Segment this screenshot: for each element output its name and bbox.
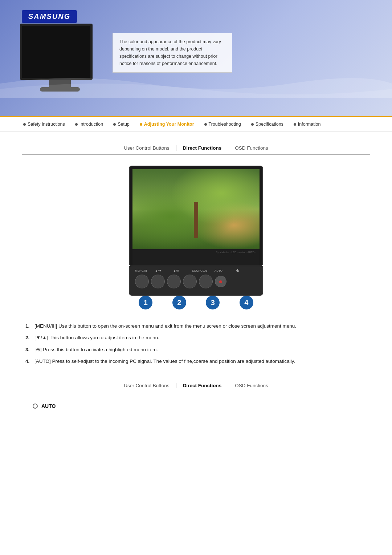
nav-information[interactable]: Information bbox=[289, 117, 326, 131]
number-circle-3: 3 bbox=[206, 296, 220, 309]
instruction-text-3: [⊕] Press this button to activate a high… bbox=[34, 346, 370, 353]
header-banner: SAMSUNG The color and appearance of the … bbox=[0, 0, 392, 116]
bright-button[interactable] bbox=[167, 275, 181, 288]
instruction-num-4: 4. bbox=[25, 358, 34, 365]
nav-label-information: Information bbox=[298, 122, 321, 127]
nav-label-setup: Setup bbox=[118, 122, 130, 127]
tree-trunk bbox=[194, 202, 198, 238]
nav-troubleshooting[interactable]: Troubleshooting bbox=[199, 117, 246, 131]
power-dot bbox=[219, 280, 222, 283]
nav-dot-introduction bbox=[75, 123, 78, 126]
nav-safety[interactable]: Safety Instructions bbox=[18, 117, 70, 131]
monitor-frame: SyncMaster · LED monitor · AUTO · bbox=[129, 166, 263, 266]
nav-label-adjusting: Adjusting Your Monitor bbox=[144, 122, 194, 127]
wave-decoration bbox=[0, 69, 392, 98]
nav-dot-setup bbox=[113, 123, 116, 126]
instruction-item-1: 1. [MENU/III] Use this button to open th… bbox=[25, 323, 370, 330]
sub-nav-user-control-buttons-bottom[interactable]: User Control Buttons bbox=[117, 383, 176, 388]
sub-nav-osd-functions-bottom[interactable]: OSD Functions bbox=[228, 383, 275, 388]
samsung-logo: SAMSUNG bbox=[22, 10, 77, 23]
instructions-list: 1. [MENU/III] Use this button to open th… bbox=[22, 323, 370, 365]
source-button[interactable] bbox=[183, 275, 197, 288]
instruction-num-1: 1. bbox=[25, 323, 34, 330]
button-panel: MENU/III ▲/▼ ▲/※ SOURCE/⊕ AUTO ⏻ bbox=[129, 266, 263, 296]
buttons-row bbox=[135, 275, 257, 288]
sub-nav-bottom: User Control Buttons Direct Functions OS… bbox=[22, 376, 370, 392]
instruction-num-3: 3. bbox=[25, 346, 34, 353]
source-btn-label: SOURCE/⊕ bbox=[192, 269, 215, 272]
instruction-num-2: 2. bbox=[25, 334, 34, 341]
nav-introduction[interactable]: Introduction bbox=[70, 117, 108, 131]
sub-nav-osd-functions-top[interactable]: OSD Functions bbox=[228, 145, 275, 151]
nav-adjusting[interactable]: Adjusting Your Monitor bbox=[135, 117, 199, 131]
nav-label-safety: Safety Instructions bbox=[28, 122, 65, 127]
auto-label: AUTO bbox=[41, 403, 56, 409]
button-labels-row: MENU/III ▲/▼ ▲/※ SOURCE/⊕ AUTO ⏻ bbox=[135, 269, 257, 272]
power-btn-label: ⏻ bbox=[232, 269, 243, 272]
sub-nav-direct-functions-bottom[interactable]: Direct Functions bbox=[176, 383, 229, 388]
sub-nav-top: User Control Buttons Direct Functions OS… bbox=[22, 139, 370, 155]
nav-dot-troubleshooting bbox=[204, 123, 207, 126]
nav-label-troubleshooting: Troubleshooting bbox=[209, 122, 241, 127]
auto-button[interactable] bbox=[199, 275, 213, 288]
number-circle-1: 1 bbox=[139, 296, 152, 309]
instruction-item-3: 3. [⊕] Press this button to activate a h… bbox=[25, 346, 370, 353]
auto-section: AUTO bbox=[33, 403, 370, 409]
main-content: User Control Buttons Direct Functions OS… bbox=[0, 131, 392, 424]
nav-dot-specifications bbox=[251, 123, 254, 126]
nav-label-introduction: Introduction bbox=[79, 122, 103, 127]
nav-dot-adjusting bbox=[140, 123, 142, 126]
nav-dot-information bbox=[294, 123, 296, 126]
nav-dot-safety bbox=[23, 123, 26, 126]
bright-btn-label: ▲/※ bbox=[173, 269, 192, 272]
nav-specifications[interactable]: Specifications bbox=[246, 117, 289, 131]
menu-btn-label: MENU/III bbox=[135, 269, 155, 272]
bezel-model-text: SyncMaster · LED monitor · AUTO · bbox=[216, 251, 256, 254]
auto-radio-icon bbox=[33, 404, 38, 409]
number-circle-2: 2 bbox=[172, 296, 186, 309]
auto-btn-label: AUTO bbox=[215, 269, 232, 272]
nav-bar: Safety Instructions Introduction Setup A… bbox=[0, 116, 392, 131]
nav-setup[interactable]: Setup bbox=[108, 117, 135, 131]
monitor-bezel-bottom: SyncMaster · LED monitor · AUTO · bbox=[132, 249, 260, 266]
menu-button[interactable] bbox=[135, 275, 149, 288]
sub-nav-user-control-buttons-top[interactable]: User Control Buttons bbox=[117, 145, 176, 151]
notice-text: The color and appearance of the product … bbox=[119, 39, 221, 66]
number-circles-row: 1 2 3 4 bbox=[129, 296, 263, 312]
number-circle-4: 4 bbox=[240, 296, 253, 309]
instruction-text-1: [MENU/III] Use this button to open the o… bbox=[34, 323, 370, 330]
notice-box: The color and appearance of the product … bbox=[113, 33, 232, 73]
sub-nav-direct-functions-top[interactable]: Direct Functions bbox=[176, 145, 229, 151]
instruction-text-2: [▼/▲] This button allows you to adjust i… bbox=[34, 334, 370, 341]
vol-btn-label: ▲/▼ bbox=[155, 269, 173, 272]
power-button[interactable] bbox=[215, 276, 226, 287]
instruction-text-4: [AUTO] Press to self-adjust to the incom… bbox=[34, 358, 370, 365]
monitor-display bbox=[132, 169, 260, 249]
instruction-item-4: 4. [AUTO] Press to self-adjust to the in… bbox=[25, 358, 370, 365]
nav-label-specifications: Specifications bbox=[256, 122, 283, 127]
monitor-display-area: SyncMaster · LED monitor · AUTO · MENU/I… bbox=[22, 166, 370, 312]
vol-button[interactable] bbox=[151, 275, 165, 288]
instruction-item-2: 2. [▼/▲] This button allows you to adjus… bbox=[25, 334, 370, 341]
